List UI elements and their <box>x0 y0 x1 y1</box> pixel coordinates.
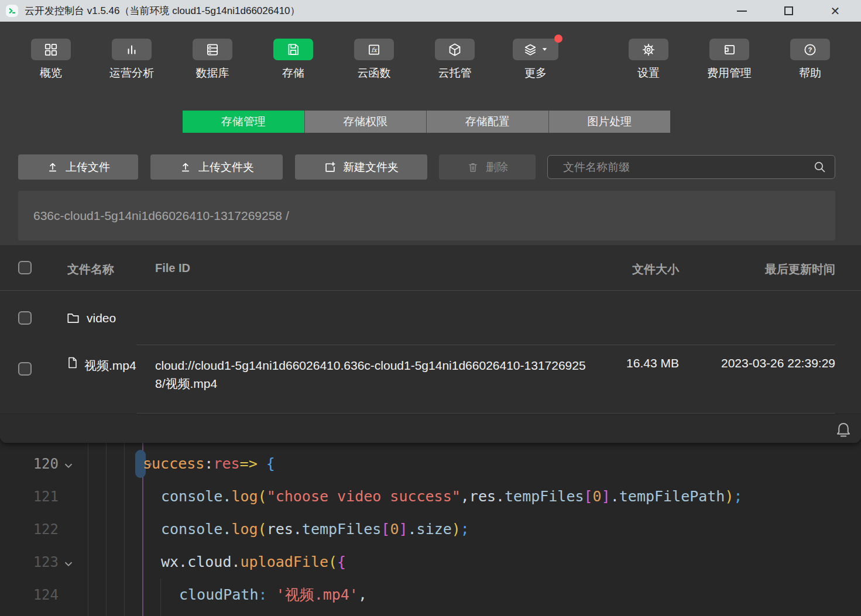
code-line[interactable]: 121console.log("choose video success",re… <box>0 480 861 513</box>
toolbar-button-more[interactable] <box>513 39 558 60</box>
code-token: cloudPath <box>179 586 258 603</box>
cube-icon <box>447 42 462 57</box>
select-all-checkbox[interactable] <box>18 261 32 274</box>
toolbar-button-settings[interactable] <box>629 39 668 60</box>
trash-icon <box>466 161 479 174</box>
toolbar-item-storage[interactable]: 存储 <box>266 39 321 81</box>
toolbar-button-database[interactable] <box>193 39 232 60</box>
billing-icon <box>722 42 737 57</box>
action-buttons: 上传文件上传文件夹新建文件夹删除 <box>18 154 536 180</box>
code-token: ) <box>452 521 461 538</box>
caret-down-icon <box>541 46 548 53</box>
file-id-cell: cloud://cloud1-5g14ni1d66026410.636c-clo… <box>155 356 589 393</box>
help-icon: ? <box>802 42 818 57</box>
code-token: ] <box>399 521 407 538</box>
toolbar-item-more[interactable]: 更多 <box>508 39 563 81</box>
cloud-console-window: 云开发控制台 v1.5.46（当前环境 cloud1-5g14ni1d66026… <box>0 0 861 443</box>
toolbar-button-cloud-hosting[interactable] <box>435 39 475 60</box>
folder-icon <box>66 311 81 326</box>
toolbar-button-storage[interactable] <box>273 39 313 60</box>
code-editor[interactable]: 120success:res=> {121console.log("choose… <box>0 443 861 616</box>
code-token: , <box>461 488 469 505</box>
code-token: { <box>337 553 346 570</box>
code-token: { <box>266 455 275 472</box>
upload-icon <box>46 161 59 174</box>
search-input[interactable] <box>547 155 835 179</box>
tab-storage-config[interactable]: 存储配置 <box>426 111 548 133</box>
delete-button[interactable]: 删除 <box>439 154 536 180</box>
code-token: '视频.mp4' <box>276 586 358 603</box>
code-token: . <box>222 488 231 505</box>
upload-icon <box>179 161 192 174</box>
storage-tabs: 存储管理存储权限存储配置图片处理 <box>183 111 670 133</box>
row-checkbox[interactable] <box>18 362 32 376</box>
maximize-button[interactable] <box>777 2 800 20</box>
upload-folder-label: 上传文件夹 <box>198 160 254 175</box>
toolbar-button-billing[interactable] <box>709 39 749 60</box>
code-line[interactable]: 123wx.cloud.uploadFile({ <box>0 546 861 579</box>
folder-name-cell[interactable]: video <box>66 291 116 345</box>
folder-name: video <box>87 311 116 325</box>
tab-storage-permission[interactable]: 存储权限 <box>304 111 427 133</box>
file-name-cell[interactable]: 视频.mp4 <box>66 356 140 375</box>
code-token: cloud <box>187 553 231 570</box>
toolbar-item-cloud-function[interactable]: fx云函数 <box>347 39 402 81</box>
breadcrumb[interactable]: 636c-cloud1-5g14ni1d66026410-1317269258 … <box>18 191 835 240</box>
code-token: [ <box>584 488 593 505</box>
app-logo-icon <box>5 4 19 18</box>
line-number: 120 <box>0 448 59 480</box>
code-text: cloudPath: '视频.mp4', <box>179 579 367 611</box>
code-line[interactable]: 124cloudPath: '视频.mp4', <box>0 579 861 611</box>
toolbar-button-analytics[interactable] <box>112 39 152 60</box>
code-line[interactable]: 122console.log(res.tempFiles[0].size); <box>0 513 861 546</box>
tab-image-processing[interactable]: 图片处理 <box>548 111 671 133</box>
table-row[interactable]: video <box>0 291 861 345</box>
toolbar-button-help[interactable]: ? <box>790 39 830 60</box>
toolbar-item-billing[interactable]: 费用管理 <box>702 39 757 81</box>
database-icon <box>205 42 220 57</box>
toolbar-button-overview[interactable] <box>31 39 71 60</box>
table-row[interactable]: 视频.mp4cloud://cloud1-5g14ni1d66026410.63… <box>0 345 861 414</box>
screen: 120success:res=> {121console.log("choose… <box>0 0 861 616</box>
toolbar-button-cloud-function[interactable]: fx <box>354 39 394 60</box>
toolbar-left-group: 概览运营分析数据库存储fx云函数云托管更多 <box>23 39 563 81</box>
toolbar-label-settings: 设置 <box>637 66 660 81</box>
bar-chart-icon <box>124 42 139 57</box>
code-token: res <box>469 488 496 505</box>
code-line[interactable]: 120success:res=> { <box>0 448 861 480</box>
close-button[interactable]: ✕ <box>824 2 847 20</box>
toolbar-item-settings[interactable]: 设置 <box>621 39 676 81</box>
toolbar-item-overview[interactable]: 概览 <box>23 39 78 81</box>
code-token: 0 <box>390 521 399 538</box>
fold-chevron-down-icon[interactable] <box>62 451 75 484</box>
new-folder-button[interactable]: 新建文件夹 <box>295 154 427 180</box>
search-icon[interactable] <box>812 160 827 174</box>
toolbar-label-storage: 存储 <box>282 66 304 81</box>
toolbar-item-cloud-hosting[interactable]: 云托管 <box>427 39 482 81</box>
window-titlebar: 云开发控制台 v1.5.46（当前环境 cloud1-5g14ni1d66026… <box>0 0 861 22</box>
upload-folder-button[interactable]: 上传文件夹 <box>150 154 283 180</box>
minimize-button[interactable] <box>730 2 753 20</box>
upload-file-button[interactable]: 上传文件 <box>18 154 138 180</box>
layers-icon <box>523 42 538 57</box>
code-token: ( <box>258 488 267 505</box>
toolbar-item-analytics[interactable]: 运营分析 <box>104 39 159 81</box>
fold-chevron-down-icon[interactable] <box>62 549 75 582</box>
search-box <box>547 155 835 179</box>
toolbar-item-help[interactable]: ?帮助 <box>783 39 838 81</box>
close-icon: ✕ <box>831 5 841 17</box>
code-token: . <box>408 521 417 538</box>
code-token <box>267 586 276 603</box>
code-token <box>258 455 266 472</box>
console-footer <box>0 414 861 443</box>
toolbar-label-overview: 概览 <box>40 66 62 81</box>
code-token: log <box>231 488 258 505</box>
main-toolbar: 概览运营分析数据库存储fx云函数云托管更多 设置费用管理?帮助 <box>0 22 861 81</box>
code-token: ( <box>258 521 267 538</box>
tab-storage-management[interactable]: 存储管理 <box>183 111 304 133</box>
file-name: 视频.mp4 <box>84 359 136 372</box>
row-checkbox[interactable] <box>18 311 32 325</box>
toolbar-item-database[interactable]: 数据库 <box>185 39 240 81</box>
new-folder-icon <box>324 161 337 174</box>
notification-bell-icon[interactable] <box>834 421 853 439</box>
